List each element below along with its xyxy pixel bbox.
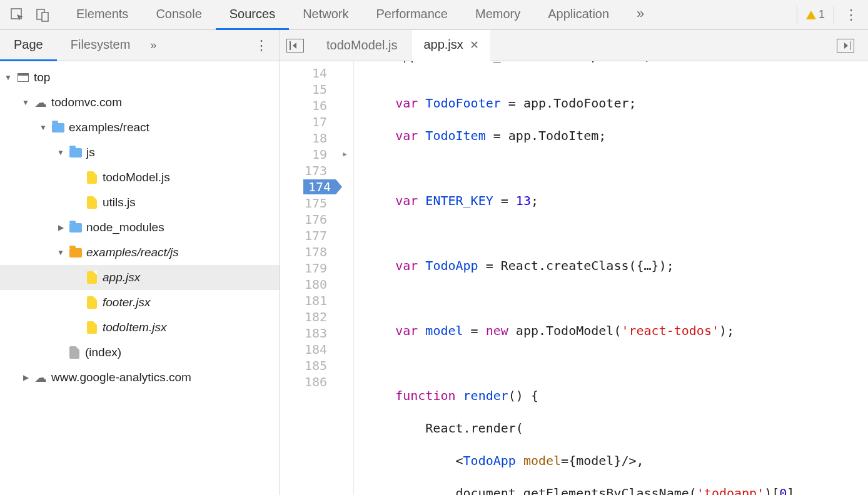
warning-count: 1 (819, 8, 825, 21)
svg-rect-2 (42, 12, 48, 21)
tree-folder[interactable]: ▶ node_modules (0, 215, 280, 240)
tab-memory[interactable]: Memory (462, 0, 534, 30)
file-icon (85, 271, 99, 284)
code-line: var TodoFooter = app.TodoFooter; (365, 95, 868, 111)
code-line (365, 355, 868, 371)
device-toolbar-icon[interactable] (30, 0, 55, 30)
tree-folder[interactable]: ▼ examples/react/js (0, 240, 280, 265)
tree-domain[interactable]: ▶ ☁ www.google-analytics.com (0, 365, 280, 390)
line-number[interactable]: 19 (280, 146, 327, 162)
line-number-breakpoint[interactable]: 174 (280, 179, 327, 195)
code-line: app.COMPLETED_TODOS = 'completed'; (365, 61, 652, 64)
sidebar-more-icon[interactable]: ⋮ (243, 38, 280, 54)
sidebar-tab-filesystem[interactable]: Filesystem (57, 30, 144, 61)
folder-icon (69, 246, 83, 259)
file-icon (68, 346, 81, 359)
code-line: React.render( (365, 420, 868, 436)
line-number[interactable]: 14 (280, 65, 327, 81)
editor-tab-label: todoModel.js (326, 38, 397, 52)
window-icon (16, 71, 30, 84)
code-line (365, 290, 868, 306)
warning-icon (806, 11, 816, 19)
editor-pane: todoModel.js app.jsx ✕ 13 14 15 16 17 18… (280, 30, 868, 495)
tree-top[interactable]: ▼ top (0, 65, 280, 90)
line-number[interactable]: 176 (280, 211, 327, 228)
line-number[interactable]: 182 (280, 309, 327, 325)
editor-tab[interactable]: todoModel.js (315, 30, 408, 61)
tree-file[interactable]: todoItem.jsx (0, 315, 280, 340)
tree-label: footer.jsx (103, 296, 150, 309)
tab-elements[interactable]: Elements (63, 0, 142, 30)
line-number[interactable]: 175 (280, 195, 327, 211)
line-number[interactable]: 178 (280, 244, 327, 260)
tab-application[interactable]: Application (534, 0, 623, 30)
line-number[interactable]: 180 (280, 276, 327, 292)
warnings-badge[interactable]: 1 (797, 6, 834, 24)
tree-label: node_modules (86, 221, 164, 234)
line-number[interactable]: 18 (280, 130, 327, 146)
tree-label: www.google-analytics.com (51, 371, 191, 384)
code-line: <TodoApp model={model}/>, (365, 452, 868, 469)
file-icon (85, 296, 99, 309)
cloud-icon: ☁ (34, 371, 48, 384)
line-number[interactable]: 184 (280, 341, 327, 358)
folder-icon (51, 121, 65, 134)
line-number[interactable]: 17 (280, 114, 327, 130)
tab-sources[interactable]: Sources (216, 0, 289, 30)
devtools-main-tabs: Elements Console Sources Network Perform… (0, 0, 868, 30)
close-icon[interactable]: ✕ (470, 38, 479, 52)
line-number[interactable]: 15 (280, 81, 327, 98)
sources-sidebar: Page Filesystem » ⋮ ▼ top ▼ ☁ todomvc.co… (0, 30, 280, 495)
tree-file[interactable]: app.jsx (0, 265, 280, 290)
file-icon (85, 321, 99, 334)
code-editor[interactable]: 13 14 15 16 17 18 19 173 174 175 176 177… (280, 61, 868, 495)
tree-folder[interactable]: ▼ examples/react (0, 115, 280, 140)
more-menu-icon[interactable]: ⋮ (834, 6, 868, 24)
tree-domain[interactable]: ▼ ☁ todomvc.com (0, 90, 280, 115)
code-line: var TodoApp = React.createClass({…}); (365, 258, 868, 274)
line-number[interactable]: 181 (280, 292, 327, 309)
line-number[interactable]: 173 (280, 162, 327, 179)
tree-file[interactable]: footer.jsx (0, 290, 280, 315)
inspect-element-icon[interactable] (5, 0, 30, 30)
tree-label: examples/react (69, 121, 149, 134)
fold-gutter[interactable]: ▶ (336, 61, 354, 495)
code-content[interactable]: app.COMPLETED_TODOS = 'completed'; var T… (354, 61, 868, 495)
line-number[interactable]: 185 (280, 358, 327, 374)
code-line: var ENTER_KEY = 13; (365, 192, 868, 209)
tab-performance[interactable]: Performance (363, 0, 462, 30)
sidebar-tabs-overflow-icon[interactable]: » (144, 39, 163, 52)
line-number[interactable]: 16 (280, 98, 327, 114)
editor-tab[interactable]: app.jsx ✕ (412, 30, 490, 61)
tabs-overflow-icon[interactable]: » (623, 0, 658, 30)
tree-label: js (86, 146, 95, 159)
line-number[interactable]: 183 (280, 325, 327, 341)
folder-icon (69, 146, 83, 159)
fold-toggle-icon[interactable]: ▶ (336, 146, 353, 162)
sidebar-tab-page[interactable]: Page (0, 30, 57, 61)
tree-label: app.jsx (103, 271, 140, 284)
tree-label: todoItem.jsx (103, 321, 166, 334)
file-icon (85, 196, 99, 209)
tree-file[interactable]: (index) (0, 340, 280, 365)
sidebar-tabs: Page Filesystem » ⋮ (0, 30, 280, 61)
tree-file[interactable]: utils.js (0, 190, 280, 215)
toggle-right-pane-icon[interactable] (837, 39, 854, 52)
tree-label: (index) (85, 346, 121, 359)
tree-label: top (34, 71, 50, 84)
tree-file[interactable]: todoModel.js (0, 165, 280, 190)
code-line: function render() { (365, 388, 868, 404)
code-line: var TodoItem = app.TodoItem; (365, 128, 868, 144)
folder-icon (69, 221, 83, 234)
tree-label: examples/react/js (86, 246, 179, 259)
tab-console[interactable]: Console (142, 0, 215, 30)
line-number[interactable]: 177 (280, 228, 327, 244)
code-line (365, 225, 868, 241)
line-gutter[interactable]: 13 14 15 16 17 18 19 173 174 175 176 177… (280, 61, 336, 495)
line-number[interactable]: 179 (280, 260, 327, 276)
editor-tabs: todoModel.js app.jsx ✕ (280, 30, 868, 61)
tree-folder[interactable]: ▼ js (0, 140, 280, 165)
tab-network[interactable]: Network (289, 0, 362, 30)
toggle-left-pane-icon[interactable] (286, 39, 304, 52)
line-number[interactable]: 186 (280, 374, 327, 390)
